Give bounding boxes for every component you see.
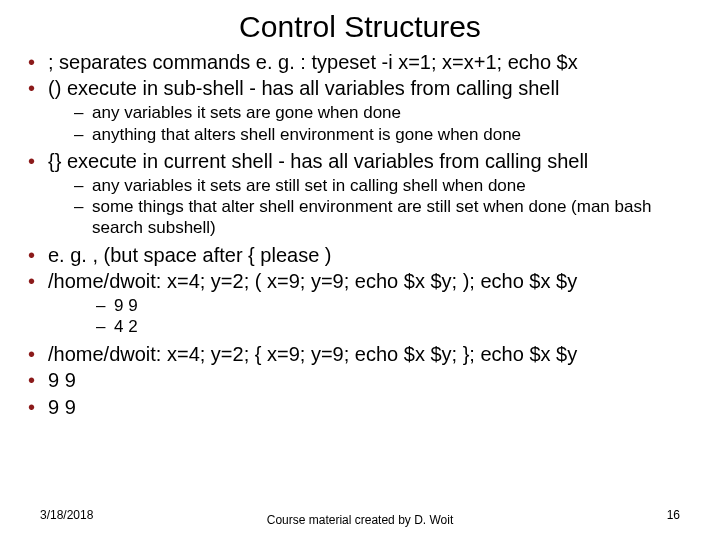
bullet-item: {} execute in current shell - has all va… [26, 149, 694, 239]
bullet-text: /home/dwoit: x=4; y=2; ( x=9; y=9; echo … [48, 270, 577, 292]
sub-item: 9 9 [96, 296, 694, 317]
sub-item: any variables it sets are still set in c… [74, 176, 694, 197]
bullet-item: () execute in sub-shell - has all variab… [26, 76, 694, 145]
bullet-text: 9 9 [48, 396, 76, 418]
bullet-list: ; separates commands e. g. : typeset -i … [26, 50, 694, 419]
sub-text: anything that alters shell environment i… [92, 125, 521, 144]
sub-list: any variables it sets are gone when done… [48, 103, 694, 145]
bullet-text: {} execute in current shell - has all va… [48, 150, 588, 172]
slide-title: Control Structures [26, 10, 694, 44]
sub-item: anything that alters shell environment i… [74, 125, 694, 146]
footer-credit-text: Course material created by D. Woit [267, 513, 454, 527]
bullet-item: e. g. , (but space after { please ) [26, 243, 694, 267]
bullet-item: 9 9 [26, 368, 694, 392]
bullet-text: () execute in sub-shell - has all variab… [48, 77, 559, 99]
bullet-text: ; separates commands e. g. : typeset -i … [48, 51, 578, 73]
sub-text: any variables it sets are still set in c… [92, 176, 526, 195]
sub-text: 9 9 [114, 296, 138, 315]
sub-item: any variables it sets are gone when done [74, 103, 694, 124]
slide: Control Structures ; separates commands … [0, 0, 720, 540]
bullet-text: /home/dwoit: x=4; y=2; { x=9; y=9; echo … [48, 343, 577, 365]
bullet-text: 9 9 [48, 369, 76, 391]
sub-list: any variables it sets are still set in c… [48, 176, 694, 239]
footer-page-number: 16 [667, 508, 680, 522]
sub-text: 4 2 [114, 317, 138, 336]
sub-list: 9 9 4 2 [48, 296, 694, 338]
bullet-text: e. g. , (but space after { please ) [48, 244, 332, 266]
bullet-item: 9 9 [26, 395, 694, 419]
sub-item: some things that alter shell environment… [74, 197, 694, 238]
sub-text: some things that alter shell environment… [92, 197, 651, 237]
bullet-item: /home/dwoit: x=4; y=2; { x=9; y=9; echo … [26, 342, 694, 366]
bullet-item: /home/dwoit: x=4; y=2; ( x=9; y=9; echo … [26, 269, 694, 338]
footer-credit: Course material created by D. Woit [0, 514, 720, 528]
bullet-item: ; separates commands e. g. : typeset -i … [26, 50, 694, 74]
sub-item: 4 2 [96, 317, 694, 338]
sub-text: any variables it sets are gone when done [92, 103, 401, 122]
